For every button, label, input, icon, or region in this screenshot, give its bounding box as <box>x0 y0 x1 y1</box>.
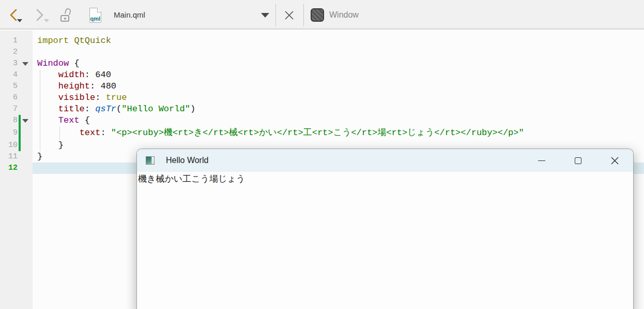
minimize-icon <box>538 160 545 161</box>
fold-marker-slot <box>21 126 29 140</box>
qml-file-icon: qml <box>89 8 101 23</box>
toolbar-separator <box>303 4 304 26</box>
line-number: 12 <box>0 163 18 174</box>
minimize-button[interactable] <box>534 149 549 172</box>
maximize-button[interactable] <box>570 149 586 172</box>
qt-window-app-icon <box>146 156 155 165</box>
code-text: height: 480 <box>29 81 116 92</box>
line-number: 2 <box>0 47 18 58</box>
code-text: } <box>29 151 42 163</box>
back-history-caret-icon[interactable] <box>17 19 22 22</box>
code-text <box>29 47 37 58</box>
fold-marker-slot <box>21 163 29 174</box>
line-number: 7 <box>0 104 18 115</box>
line-number: 11 <box>0 151 18 163</box>
fold-marker-slot <box>21 47 29 58</box>
preview-window-body: 機き械かい工こう場じょう <box>137 172 633 185</box>
preview-window-title: Hello World <box>166 149 208 172</box>
code-line[interactable]: 8 Text { <box>0 115 644 126</box>
file-type-icon-button: qml <box>88 5 102 25</box>
open-document-name[interactable]: Main.qml <box>114 0 145 30</box>
preview-window-titlebar[interactable]: Hello World <box>137 149 633 172</box>
rendered-ruby-text: 機き械かい工こう場じょう <box>138 174 245 184</box>
fold-marker-slot <box>21 69 29 81</box>
preview-window-hello-world: Hello World 機き械かい工こう場じょう <box>136 149 634 309</box>
code-line[interactable]: 7 title: qsTr("Hello World") <box>0 104 644 115</box>
editor-toolbar: qml Main.qml Window <box>0 0 644 30</box>
code-line[interactable]: 6 visible: true <box>0 92 644 104</box>
code-line[interactable]: 1import QtQuick <box>0 35 644 47</box>
maximize-icon <box>575 157 581 164</box>
fold-marker-slot <box>21 151 29 163</box>
toolbar-separator <box>275 4 276 26</box>
code-text: text: "<p><ruby>機<rt>き</rt>械<rt>かい</rt>工… <box>29 126 524 140</box>
fold-marker-slot <box>21 35 29 47</box>
close-document-button[interactable] <box>280 5 298 25</box>
code-text: width: 640 <box>29 69 111 81</box>
code-line[interactable]: 2 <box>0 47 644 58</box>
code-text: import QtQuick <box>29 35 111 47</box>
qt-creator-editor-pane: qml Main.qml Window 1import QtQuick23Win… <box>0 0 644 309</box>
line-number: 10 <box>0 140 18 151</box>
close-x-icon <box>284 10 295 21</box>
code-text: visible: true <box>29 92 127 104</box>
fold-marker-slot <box>21 58 29 69</box>
code-text: } <box>29 140 64 151</box>
fold-marker-slot <box>21 104 29 115</box>
close-x-icon <box>610 156 619 165</box>
fold-marker-slot <box>21 92 29 104</box>
line-number: 6 <box>0 92 18 104</box>
context-path-label[interactable]: Window <box>329 0 359 30</box>
back-button[interactable] <box>3 5 23 25</box>
code-line[interactable]: 5 height: 480 <box>0 81 644 92</box>
close-window-button[interactable] <box>607 149 622 172</box>
forward-history-caret-icon <box>44 19 49 22</box>
code-text: Text { <box>29 115 90 126</box>
chevron-left-icon <box>9 8 18 22</box>
code-text: title: qsTr("Hello World") <box>29 104 195 115</box>
code-text <box>29 163 37 174</box>
fold-marker-slot <box>21 140 29 151</box>
code-text: Window { <box>29 58 80 69</box>
line-number: 3 <box>0 58 18 69</box>
fold-marker-slot <box>21 81 29 92</box>
window-item-thumbnail-icon[interactable] <box>311 8 324 22</box>
code-line[interactable]: 9 text: "<p><ruby>機<rt>き</rt>械<rt>かい</rt… <box>0 126 644 140</box>
line-number: 9 <box>0 126 18 140</box>
line-number: 1 <box>0 35 18 47</box>
chevron-right-icon <box>36 8 44 22</box>
fold-marker-slot <box>21 115 29 126</box>
line-number: 4 <box>0 69 18 81</box>
code-line[interactable]: 4 width: 640 <box>0 69 644 81</box>
fold-arrow-icon[interactable] <box>22 119 28 123</box>
code-line[interactable]: 3Window { <box>0 58 644 69</box>
line-number: 5 <box>0 81 18 92</box>
pin-file-button[interactable] <box>58 5 74 25</box>
fold-arrow-icon[interactable] <box>22 62 28 66</box>
line-number: 8 <box>0 115 18 126</box>
forward-button[interactable] <box>30 5 50 25</box>
unlocked-padlock-icon <box>60 8 72 22</box>
document-dropdown-icon[interactable] <box>261 13 269 18</box>
